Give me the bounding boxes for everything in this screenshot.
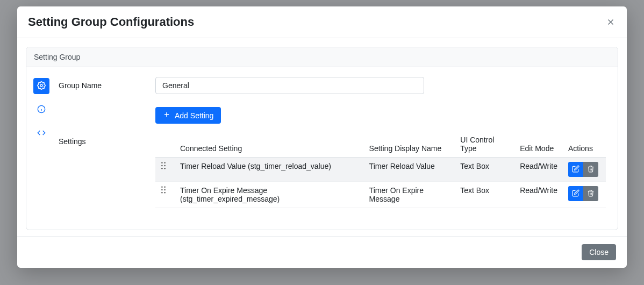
add-setting-button[interactable]: Add Setting xyxy=(155,107,221,124)
edit-icon xyxy=(572,189,579,198)
cell-connected-setting: Timer Reload Value (stg_timer_reload_val… xyxy=(175,158,364,182)
plus-icon xyxy=(163,111,170,120)
side-tabs xyxy=(31,77,52,208)
svg-point-11 xyxy=(164,168,165,169)
modal-title: Setting Group Configurations xyxy=(28,15,194,29)
tab-general[interactable] xyxy=(33,78,49,94)
tab-info[interactable] xyxy=(33,102,49,118)
cell-display-name: Timer Reload Value xyxy=(364,158,455,182)
tab-code[interactable] xyxy=(33,125,49,141)
modal-footer: Close xyxy=(17,236,627,268)
svg-point-17 xyxy=(164,192,165,193)
cell-connected-setting: Timer On Expire Message (stg_timer_expir… xyxy=(175,182,364,208)
modal-header: Setting Group Configurations xyxy=(17,6,627,38)
delete-button[interactable] xyxy=(583,162,598,177)
table-row: Timer On Expire Message (stg_timer_expir… xyxy=(155,182,606,208)
col-display-name: Setting Display Name xyxy=(364,131,455,158)
cell-ui-control: Text Box xyxy=(455,182,514,208)
close-button[interactable]: Close xyxy=(582,244,616,260)
settings-modal: Setting Group Configurations Setting Gro… xyxy=(17,6,627,268)
trash-icon xyxy=(587,165,595,174)
edit-button[interactable] xyxy=(568,186,583,201)
svg-point-15 xyxy=(164,189,165,190)
panel-header: Setting Group xyxy=(26,47,618,67)
svg-point-13 xyxy=(164,187,165,188)
group-name-field-wrap xyxy=(155,77,606,94)
svg-point-16 xyxy=(161,192,162,193)
svg-point-9 xyxy=(164,165,165,166)
add-setting-button-label: Add Setting xyxy=(175,111,213,120)
settings-label: Settings xyxy=(59,107,155,146)
drag-handle-icon[interactable] xyxy=(161,162,169,171)
col-connected-setting: Connected Setting xyxy=(175,131,364,158)
svg-point-14 xyxy=(161,189,162,190)
table-row: Timer Reload Value (stg_timer_reload_val… xyxy=(155,158,606,182)
svg-point-12 xyxy=(161,187,162,188)
cell-ui-control: Text Box xyxy=(455,158,514,182)
edit-icon xyxy=(572,165,579,174)
panel-body: Group Name Settings Add Setting xyxy=(26,67,618,230)
delete-button[interactable] xyxy=(583,186,598,201)
svg-point-8 xyxy=(161,165,162,166)
col-edit-mode: Edit Mode xyxy=(514,131,563,158)
cell-actions xyxy=(563,182,606,208)
setting-group-panel: Setting Group xyxy=(26,47,618,230)
cell-actions xyxy=(563,158,606,182)
col-ui-control: UI Control Type xyxy=(455,131,514,158)
drag-handle-icon[interactable] xyxy=(161,187,169,195)
svg-point-10 xyxy=(161,168,162,169)
svg-point-6 xyxy=(161,162,162,163)
close-icon[interactable] xyxy=(605,17,616,27)
svg-point-7 xyxy=(164,162,165,163)
group-name-label: Group Name xyxy=(59,77,155,90)
cell-display-name: Timer On Expire Message xyxy=(364,182,455,208)
cell-edit-mode: Read/Write xyxy=(514,182,563,208)
trash-icon xyxy=(587,189,595,198)
col-actions: Actions xyxy=(563,131,606,158)
form-area: Group Name Settings Add Setting xyxy=(59,77,613,208)
code-icon xyxy=(37,129,46,139)
svg-point-0 xyxy=(40,84,42,87)
modal-body: Setting Group xyxy=(17,38,627,236)
cell-edit-mode: Read/Write xyxy=(514,158,563,182)
info-icon xyxy=(37,105,46,115)
group-name-input[interactable] xyxy=(155,77,424,94)
settings-block: Add Setting Connected Setting Setting Di… xyxy=(155,107,606,208)
gear-icon xyxy=(37,81,46,91)
edit-button[interactable] xyxy=(568,162,583,177)
settings-table: Connected Setting Setting Display Name U… xyxy=(155,131,606,208)
